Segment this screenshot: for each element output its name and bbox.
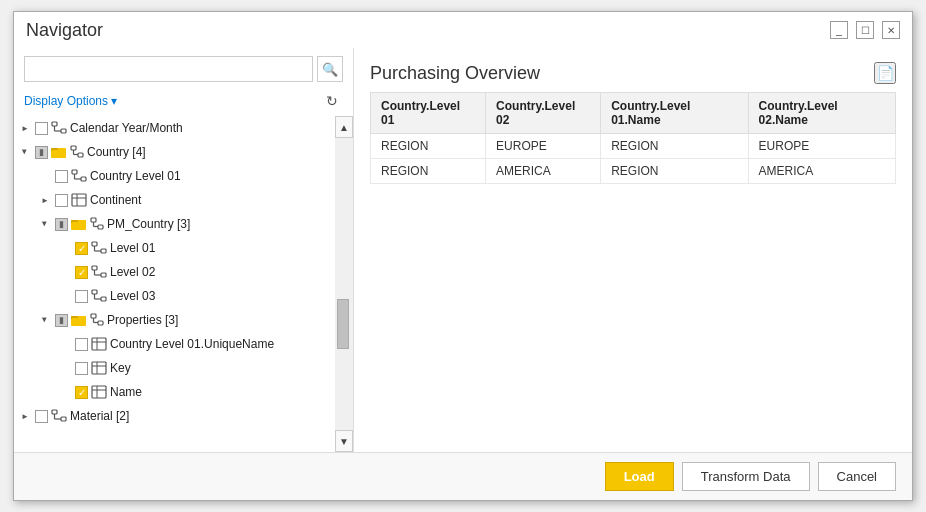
hierarchy-icon [91, 241, 107, 255]
refresh-button[interactable]: ↻ [321, 90, 343, 112]
tree-item[interactable]: ✓ Level 01 [14, 236, 335, 260]
data-table: Country.Level 01Country.Level 02Country.… [370, 92, 896, 184]
navigator-dialog: Navigator ⎯ ☐ ✕ 🔍 Display Options ▾ ↻ [13, 11, 913, 501]
table-row[interactable]: REGIONEUROPEREGIONEUROPE [371, 134, 896, 159]
svg-rect-11 [72, 170, 77, 174]
tree-item[interactable]: ► Calendar Year/Month [14, 116, 335, 140]
checkbox[interactable]: ▮ [35, 146, 48, 159]
checkbox[interactable]: ✓ [75, 242, 88, 255]
tree-label: Key [110, 361, 131, 375]
svg-rect-53 [52, 410, 57, 414]
expand-arrow[interactable]: ► [38, 217, 52, 231]
close-button[interactable]: ✕ [882, 21, 900, 39]
display-options-arrow: ▾ [111, 94, 117, 108]
minimize-button[interactable]: ⎯ [830, 21, 848, 39]
maximize-button[interactable]: ☐ [856, 21, 874, 39]
hierarchy-sub-icon [70, 145, 84, 159]
search-button[interactable]: 🔍 [317, 56, 343, 82]
svg-rect-20 [72, 222, 86, 230]
export-icon-button[interactable]: 📄 [874, 62, 896, 84]
tree-label: Level 03 [110, 289, 155, 303]
display-options-label: Display Options [24, 94, 108, 108]
tree-item[interactable]: ►▮ Country [4] [14, 140, 335, 164]
svg-rect-6 [52, 150, 66, 158]
svg-rect-33 [92, 290, 97, 294]
tree-label: Country Level 01.UniqueName [110, 337, 274, 351]
scrollbar[interactable]: ▲ ▼ [335, 116, 353, 452]
hierarchy-icon [91, 265, 107, 279]
table-header-row: Country.Level 01Country.Level 02Country.… [371, 93, 896, 134]
expand-arrow[interactable]: ► [18, 409, 32, 423]
tree-item[interactable]: ✓ Name [14, 380, 335, 404]
display-options-bar: Display Options ▾ ↻ [14, 86, 353, 116]
tree-label: PM_Country [3] [107, 217, 190, 231]
hierarchy-sub-icon [90, 217, 104, 231]
svg-rect-30 [101, 273, 106, 277]
expand-arrow[interactable]: ► [38, 313, 52, 327]
scroll-up-button[interactable]: ▲ [335, 116, 353, 138]
table-cell: AMERICA [486, 159, 601, 184]
tree-label: Material [2] [70, 409, 129, 423]
table-icon [91, 361, 107, 375]
tree-item[interactable]: ►▮ PM_Country [3] [14, 212, 335, 236]
tree-item[interactable]: Level 03 [14, 284, 335, 308]
tree-label: Country [4] [87, 145, 146, 159]
checkbox[interactable]: ▮ [55, 314, 68, 327]
tree-item[interactable]: ► Material [2] [14, 404, 335, 428]
svg-rect-41 [98, 321, 103, 325]
table-header-cell: Country.Level 01 [371, 93, 486, 134]
tree-item[interactable]: ►▮ Properties [3] [14, 308, 335, 332]
svg-rect-21 [91, 218, 96, 222]
transform-data-button[interactable]: Transform Data [682, 462, 810, 491]
tree-label: Level 01 [110, 241, 155, 255]
table-header-cell: Country.Level 01.Name [601, 93, 748, 134]
tree-item[interactable]: Country Level 01.UniqueName [14, 332, 335, 356]
hierarchy-icon [51, 121, 67, 135]
window-controls: ⎯ ☐ ✕ [830, 21, 900, 39]
expand-arrow[interactable]: ► [18, 145, 32, 159]
title-bar: Navigator ⎯ ☐ ✕ [14, 12, 912, 48]
checkbox[interactable] [35, 410, 48, 423]
tree-label: Properties [3] [107, 313, 178, 327]
tree-label: Calendar Year/Month [70, 121, 183, 135]
hierarchy-icon [51, 409, 67, 423]
svg-rect-39 [72, 318, 86, 326]
folder-icon [71, 217, 87, 231]
checkbox[interactable] [35, 122, 48, 135]
svg-rect-25 [92, 242, 97, 246]
checkbox[interactable]: ▮ [55, 218, 68, 231]
search-input[interactable] [24, 56, 313, 82]
svg-rect-12 [81, 177, 86, 181]
tree-container[interactable]: ► Calendar Year/Month►▮ Country [4] Coun… [14, 116, 353, 452]
tree-label: Country Level 01 [90, 169, 181, 183]
expand-arrow[interactable]: ► [38, 193, 52, 207]
checkbox[interactable] [55, 170, 68, 183]
scroll-down-button[interactable]: ▼ [335, 430, 353, 452]
expand-arrow[interactable]: ► [18, 121, 32, 135]
checkbox[interactable] [55, 194, 68, 207]
checkbox[interactable] [75, 362, 88, 375]
table-icon [71, 193, 87, 207]
scrollbar-thumb[interactable] [337, 299, 349, 349]
scrollbar-track [335, 138, 353, 430]
tree-item[interactable]: ► Continent [14, 188, 335, 212]
display-options-button[interactable]: Display Options ▾ [24, 94, 117, 108]
tree-item[interactable]: Key [14, 356, 335, 380]
svg-rect-0 [52, 122, 57, 126]
left-panel: 🔍 Display Options ▾ ↻ ► Calendar Year/Mo… [14, 48, 354, 452]
cancel-button[interactable]: Cancel [818, 462, 896, 491]
tree-item[interactable]: ✓ Level 02 [14, 260, 335, 284]
checkbox[interactable]: ✓ [75, 266, 88, 279]
footer: Load Transform Data Cancel [14, 452, 912, 500]
checkbox[interactable]: ✓ [75, 386, 88, 399]
checkbox[interactable] [75, 338, 88, 351]
tree-label: Name [110, 385, 142, 399]
checkbox[interactable] [75, 290, 88, 303]
svg-rect-22 [98, 225, 103, 229]
svg-rect-15 [72, 194, 86, 206]
table-row[interactable]: REGIONAMERICAREGIONAMERICA [371, 159, 896, 184]
svg-rect-40 [91, 314, 96, 318]
load-button[interactable]: Load [605, 462, 674, 491]
folder-icon [71, 313, 87, 327]
tree-item[interactable]: Country Level 01 [14, 164, 335, 188]
